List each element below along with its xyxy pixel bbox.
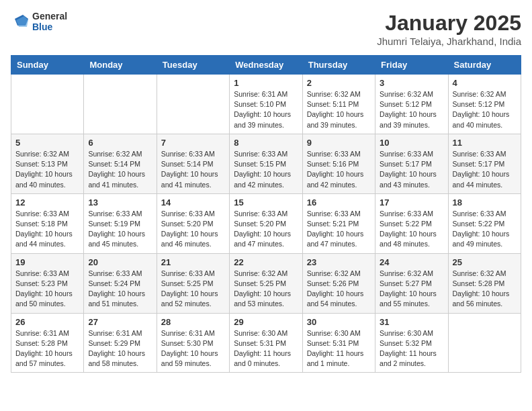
calendar-cell: 27Sunrise: 6:31 AM Sunset: 5:29 PM Dayli… — [84, 313, 157, 373]
day-number: 12 — [15, 197, 79, 208]
day-info: Sunrise: 6:32 AM Sunset: 5:13 PM Dayligh… — [15, 149, 79, 190]
day-info: Sunrise: 6:33 AM Sunset: 5:22 PM Dayligh… — [380, 209, 443, 250]
weekday-header-cell: Tuesday — [157, 56, 229, 75]
day-info: Sunrise: 6:33 AM Sunset: 5:17 PM Dayligh… — [380, 149, 443, 190]
day-number: 28 — [161, 317, 225, 327]
day-info: Sunrise: 6:32 AM Sunset: 5:14 PM Dayligh… — [88, 149, 152, 190]
day-info: Sunrise: 6:33 AM Sunset: 5:24 PM Dayligh… — [88, 269, 152, 310]
day-info: Sunrise: 6:32 AM Sunset: 5:12 PM Dayligh… — [453, 89, 517, 130]
calendar-week-row: 26Sunrise: 6:31 AM Sunset: 5:28 PM Dayli… — [11, 313, 521, 373]
day-number: 1 — [234, 78, 298, 88]
weekday-header-cell: Friday — [375, 56, 448, 75]
day-number: 29 — [234, 317, 298, 327]
day-number: 22 — [234, 257, 298, 267]
day-number: 19 — [15, 257, 79, 267]
calendar-cell: 29Sunrise: 6:30 AM Sunset: 5:31 PM Dayli… — [230, 313, 302, 373]
calendar-cell: 28Sunrise: 6:31 AM Sunset: 5:30 PM Dayli… — [157, 313, 229, 373]
calendar-cell: 26Sunrise: 6:31 AM Sunset: 5:28 PM Dayli… — [11, 313, 84, 373]
day-number: 10 — [380, 138, 443, 148]
calendar-cell: 17Sunrise: 6:33 AM Sunset: 5:22 PM Dayli… — [375, 193, 448, 253]
title-block: January 2025 Jhumri Telaiya, Jharkhand, … — [377, 11, 521, 47]
day-info: Sunrise: 6:31 AM Sunset: 5:28 PM Dayligh… — [15, 328, 79, 369]
logo-icon — [11, 12, 30, 31]
calendar-cell — [11, 75, 84, 134]
day-number: 4 — [453, 78, 517, 88]
calendar-week-row: 12Sunrise: 6:33 AM Sunset: 5:18 PM Dayli… — [11, 193, 521, 253]
day-number: 2 — [307, 78, 371, 88]
day-number: 20 — [88, 257, 152, 267]
day-number: 24 — [380, 257, 443, 267]
weekday-header-row: SundayMondayTuesdayWednesdayThursdayFrid… — [11, 56, 521, 75]
day-info: Sunrise: 6:33 AM Sunset: 5:15 PM Dayligh… — [234, 149, 298, 190]
day-number: 15 — [234, 197, 298, 208]
calendar-cell: 30Sunrise: 6:30 AM Sunset: 5:31 PM Dayli… — [302, 313, 375, 373]
day-info: Sunrise: 6:32 AM Sunset: 5:25 PM Dayligh… — [234, 269, 298, 310]
day-number: 8 — [234, 138, 298, 148]
day-info: Sunrise: 6:33 AM Sunset: 5:18 PM Dayligh… — [15, 209, 79, 250]
calendar-week-row: 1Sunrise: 6:31 AM Sunset: 5:10 PM Daylig… — [11, 75, 521, 134]
calendar-cell: 18Sunrise: 6:33 AM Sunset: 5:22 PM Dayli… — [448, 193, 521, 253]
day-number: 26 — [15, 317, 79, 327]
day-info: Sunrise: 6:33 AM Sunset: 5:22 PM Dayligh… — [453, 209, 517, 250]
logo-general: General — [32, 11, 67, 21]
day-info: Sunrise: 6:31 AM Sunset: 5:29 PM Dayligh… — [88, 328, 152, 369]
calendar-cell: 22Sunrise: 6:32 AM Sunset: 5:25 PM Dayli… — [230, 253, 302, 313]
calendar-cell: 4Sunrise: 6:32 AM Sunset: 5:12 PM Daylig… — [448, 75, 521, 134]
logo-blue: Blue — [32, 21, 67, 32]
day-info: Sunrise: 6:33 AM Sunset: 5:23 PM Dayligh… — [15, 269, 79, 310]
calendar-cell: 12Sunrise: 6:33 AM Sunset: 5:18 PM Dayli… — [11, 193, 84, 253]
logo-text: General Blue — [32, 11, 67, 32]
calendar-cell: 3Sunrise: 6:32 AM Sunset: 5:12 PM Daylig… — [375, 75, 448, 134]
calendar-table: SundayMondayTuesdayWednesdayThursdayFrid… — [11, 55, 521, 373]
calendar-cell: 23Sunrise: 6:32 AM Sunset: 5:26 PM Dayli… — [302, 253, 375, 313]
day-info: Sunrise: 6:33 AM Sunset: 5:17 PM Dayligh… — [453, 149, 517, 190]
calendar-cell: 16Sunrise: 6:33 AM Sunset: 5:21 PM Dayli… — [302, 193, 375, 253]
day-info: Sunrise: 6:33 AM Sunset: 5:20 PM Dayligh… — [161, 209, 225, 250]
day-info: Sunrise: 6:32 AM Sunset: 5:11 PM Dayligh… — [307, 89, 371, 130]
weekday-header-cell: Monday — [84, 56, 157, 75]
day-number: 11 — [453, 138, 517, 148]
day-number: 9 — [307, 138, 371, 148]
day-info: Sunrise: 6:33 AM Sunset: 5:19 PM Dayligh… — [88, 209, 152, 250]
day-info: Sunrise: 6:33 AM Sunset: 5:21 PM Dayligh… — [307, 209, 371, 250]
calendar-cell: 24Sunrise: 6:32 AM Sunset: 5:27 PM Dayli… — [375, 253, 448, 313]
calendar-cell: 2Sunrise: 6:32 AM Sunset: 5:11 PM Daylig… — [302, 75, 375, 134]
day-number: 5 — [15, 138, 79, 148]
day-number: 14 — [161, 197, 225, 208]
day-number: 6 — [88, 138, 152, 148]
day-info: Sunrise: 6:30 AM Sunset: 5:31 PM Dayligh… — [307, 328, 371, 369]
day-info: Sunrise: 6:31 AM Sunset: 5:10 PM Dayligh… — [234, 89, 298, 130]
calendar-cell: 31Sunrise: 6:30 AM Sunset: 5:32 PM Dayli… — [375, 313, 448, 373]
day-info: Sunrise: 6:33 AM Sunset: 5:20 PM Dayligh… — [234, 209, 298, 250]
logo: General Blue — [11, 11, 67, 32]
day-info: Sunrise: 6:32 AM Sunset: 5:27 PM Dayligh… — [380, 269, 443, 310]
day-info: Sunrise: 6:33 AM Sunset: 5:16 PM Dayligh… — [307, 149, 371, 190]
weekday-header-cell: Thursday — [302, 56, 375, 75]
calendar-cell: 9Sunrise: 6:33 AM Sunset: 5:16 PM Daylig… — [302, 134, 375, 193]
day-number: 3 — [380, 78, 443, 88]
day-number: 13 — [88, 197, 152, 208]
weekday-header-cell: Saturday — [448, 56, 521, 75]
calendar-cell: 13Sunrise: 6:33 AM Sunset: 5:19 PM Dayli… — [84, 193, 157, 253]
calendar-cell: 8Sunrise: 6:33 AM Sunset: 5:15 PM Daylig… — [230, 134, 302, 193]
calendar-cell: 21Sunrise: 6:33 AM Sunset: 5:25 PM Dayli… — [157, 253, 229, 313]
day-number: 30 — [307, 317, 371, 327]
calendar-title: January 2025 — [377, 11, 521, 36]
day-info: Sunrise: 6:32 AM Sunset: 5:28 PM Dayligh… — [453, 269, 517, 310]
day-number: 25 — [453, 257, 517, 267]
weekday-header-cell: Sunday — [11, 56, 84, 75]
day-info: Sunrise: 6:32 AM Sunset: 5:12 PM Dayligh… — [380, 89, 443, 130]
calendar-cell: 14Sunrise: 6:33 AM Sunset: 5:20 PM Dayli… — [157, 193, 229, 253]
calendar-cell: 7Sunrise: 6:33 AM Sunset: 5:14 PM Daylig… — [157, 134, 229, 193]
day-number: 16 — [307, 197, 371, 208]
day-number: 17 — [380, 197, 443, 208]
calendar-week-row: 19Sunrise: 6:33 AM Sunset: 5:23 PM Dayli… — [11, 253, 521, 313]
calendar-cell: 19Sunrise: 6:33 AM Sunset: 5:23 PM Dayli… — [11, 253, 84, 313]
calendar-cell: 11Sunrise: 6:33 AM Sunset: 5:17 PM Dayli… — [448, 134, 521, 193]
day-info: Sunrise: 6:30 AM Sunset: 5:31 PM Dayligh… — [234, 328, 298, 369]
calendar-cell: 5Sunrise: 6:32 AM Sunset: 5:13 PM Daylig… — [11, 134, 84, 193]
day-info: Sunrise: 6:32 AM Sunset: 5:26 PM Dayligh… — [307, 269, 371, 310]
calendar-subtitle: Jhumri Telaiya, Jharkhand, India — [377, 36, 521, 47]
calendar-body: 1Sunrise: 6:31 AM Sunset: 5:10 PM Daylig… — [11, 75, 521, 373]
day-number: 21 — [161, 257, 225, 267]
